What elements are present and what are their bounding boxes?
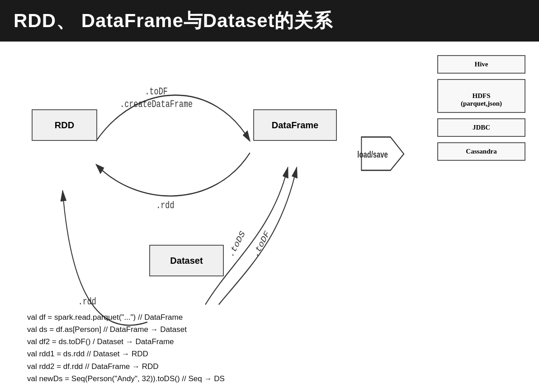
code-line-4: val rdd1 = ds.rdd // Dataset → RDD xyxy=(27,348,336,360)
code-line-6: val newDs = Seq(Person("Andy", 32)).toDS… xyxy=(27,373,336,385)
code-section: val df = spark.read.parquet("...") // Da… xyxy=(27,311,336,385)
dataframe-box: DataFrame xyxy=(253,109,337,141)
label-todf: .toDF xyxy=(145,86,167,98)
datasource-cassandra: Cassandra xyxy=(437,142,525,161)
code-line-2: val ds = df.as[Person] // DataFrame → Da… xyxy=(27,323,336,336)
code-line-5: val rdd2 = df.rdd // DataFrame → RDD xyxy=(27,360,336,373)
code-line-1: val df = spark.read.parquet("...") // Da… xyxy=(27,311,336,323)
right-panel: Hive HDFS (parquet,json) JDBC Cassandra xyxy=(437,51,525,389)
datasource-hdfs: HDFS (parquet,json) xyxy=(437,79,525,113)
diagram-area: .toDF .createDataFrame .rdd .rdd .toDS .… xyxy=(14,51,437,389)
main-content: .toDF .createDataFrame .rdd .rdd .toDS .… xyxy=(0,42,539,392)
label-createdf: .createDataFrame xyxy=(120,99,193,110)
datasource-hive: Hive xyxy=(437,55,525,74)
rdd-box: RDD xyxy=(32,109,97,141)
load-save-label: load/save xyxy=(357,149,388,159)
dataset-box: Dataset xyxy=(149,245,224,276)
label-rdd-ds: .rdd xyxy=(78,297,96,308)
code-line-3: val df2 = ds.toDF() / Dataset → DataFram… xyxy=(27,336,336,348)
label-todf2: .toDF xyxy=(251,229,271,260)
label-tods: .toDS xyxy=(227,229,247,260)
label-rdd-df: .rdd xyxy=(156,200,174,211)
datasource-jdbc: JDBC xyxy=(437,118,525,137)
page-title: RDD、 DataFrame与Dataset的关系 xyxy=(14,8,333,33)
header: RDD、 DataFrame与Dataset的关系 xyxy=(0,0,539,42)
